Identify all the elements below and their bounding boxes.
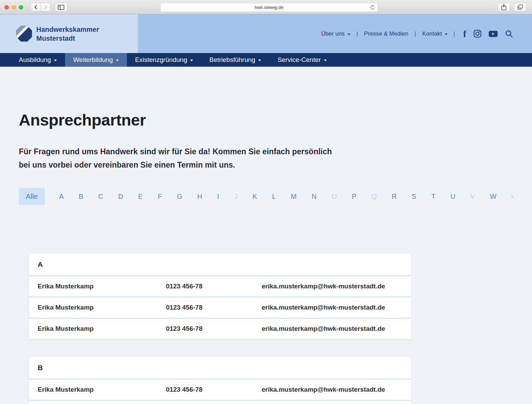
window-controls [4,5,23,10]
search-icon[interactable] [505,30,513,38]
chevron-down-icon [348,34,350,35]
alphabet-filter-letter-t[interactable]: T [430,191,436,202]
share-button[interactable] [497,3,510,12]
alphabet-filter-letter-k[interactable]: K [252,191,258,202]
alphabet-filter-letter-m[interactable]: M [290,191,297,202]
alphabet-filter-letter-j: J [233,191,238,202]
alphabet-filter-letter-d[interactable]: D [118,191,124,202]
nav-item-betriebsführung[interactable]: Betriebsführung [201,53,269,67]
zoom-window-button[interactable] [19,5,23,10]
contact-row[interactable]: Erika Musterkamp 0123 456-78 erika.muste… [29,297,411,318]
contact-section-a: A Erika Musterkamp 0123 456-78 erika.mus… [29,253,411,339]
nav-item-service-center[interactable]: Service-Center [269,53,335,67]
logo-line1: Handwerkskammer [36,25,99,34]
alphabet-filter-letter-i[interactable]: I [217,191,220,202]
nav-item-label: Ausbildung [19,56,51,64]
contact-phone: 0123 456-78 [166,325,262,333]
alphabet-filter-letter-w[interactable]: W [489,191,497,202]
share-icon [501,4,506,10]
nav-item-label: Weiterbildung [73,56,113,64]
alphabet-filter-all[interactable]: Alle [19,188,45,205]
contact-name: Erika Musterkamp [38,304,166,311]
page-title: Ansprechpartner [19,110,532,129]
alphabet-filter-letter-a[interactable]: A [59,191,64,202]
reload-icon[interactable] [370,5,375,10]
contact-name: Erika Musterkamp [38,283,166,290]
social-icons: f [463,30,513,38]
forward-icon [44,5,47,10]
alphabet-filter-letter-e[interactable]: E [138,191,143,202]
youtube-icon[interactable] [489,30,498,37]
contact-email: erika.musterkamp@hwk-musterstadt.de [262,386,411,393]
contact-row[interactable]: Erika Musterkamp 0123 456-78 erika.muste… [29,318,411,339]
url-text: hwk.steeeg.de [255,5,284,10]
utility-link-ueber-uns[interactable]: Über uns [321,30,350,37]
sidebar-toggle-button[interactable] [55,3,67,12]
back-button[interactable] [31,3,41,12]
intro-line1: Für Fragen rund ums Handwerk sind wir fü… [19,147,332,156]
chevron-down-icon [54,60,57,61]
chevron-down-icon [324,60,327,61]
intro-text: Für Fragen rund ums Handwerk sind wir fü… [19,145,532,172]
alphabet-filter-letter-h[interactable]: H [196,191,203,202]
browser-chrome: hwk.steeeg.de [0,0,532,14]
alphabet-filter-letter-c[interactable]: C [98,191,104,202]
separator: | [356,30,358,37]
instagram-icon[interactable] [473,30,481,38]
contact-sections: A Erika Musterkamp 0123 456-78 erika.mus… [29,253,411,404]
nav-item-ausbildung[interactable]: Ausbildung [11,53,65,67]
nav-item-existenzgründung[interactable]: Existenzgründung [127,53,201,67]
alphabet-filter-letter-r[interactable]: R [391,191,397,202]
nav-item-weiterbildung[interactable]: Weiterbildung [65,53,127,67]
contact-name: Erika Musterkamp [38,386,166,393]
alphabet-filter-letter-f[interactable]: F [157,191,163,202]
alphabet-filter-letter-o: O [331,191,338,202]
alphabet-filter-letter-p[interactable]: P [351,191,357,202]
contact-row[interactable]: Erika Musterkamp 0123 456-78 erika.muste… [29,400,411,404]
separator: | [454,30,455,37]
contact-rows: Erika Musterkamp 0123 456-78 erika.muste… [29,275,411,339]
forward-button[interactable] [41,3,51,12]
utility-link-label: Über uns [321,30,345,37]
site-header: Handwerkskammer Musterstadt Über uns | P… [0,14,532,53]
close-window-button[interactable] [4,5,9,10]
alphabet-filter-letter-v: V [470,191,476,202]
alphabet-filter-letter-g[interactable]: G [176,191,183,202]
utility-link-kontakt[interactable]: Kontakt [422,30,447,37]
intro-line2: bei uns vorbei oder vereinbaren Sie eine… [19,160,235,169]
contact-section-b: B Erika Musterkamp 0123 456-78 erika.mus… [29,357,411,404]
utility-nav: Über uns | Presse & Medien | Kontakt | f [321,14,513,53]
separator: | [415,30,416,37]
address-bar[interactable]: hwk.steeeg.de [160,3,378,12]
logo-wordmark: Handwerkskammer Musterstadt [36,25,99,43]
show-tabs-button[interactable] [514,3,527,12]
nav-item-label: Service-Center [277,56,321,64]
alphabet-filter-letter-b[interactable]: B [78,191,84,202]
utility-link-label: Presse & Medien [364,30,408,37]
facebook-icon[interactable]: f [463,30,466,38]
contact-row[interactable]: Erika Musterkamp 0123 456-78 erika.muste… [29,379,411,400]
alphabet-filter-letter-n[interactable]: N [311,191,317,202]
chevron-down-icon [258,60,261,61]
hwk-logo-icon [16,26,32,42]
contact-email: erika.musterkamp@hwk-musterstadt.de [262,283,411,290]
contact-row[interactable]: Erika Musterkamp 0123 456-78 erika.muste… [29,275,411,297]
nav-item-label: Existenzgründung [135,56,187,64]
alphabet-filter-letter-q: Q [371,191,378,202]
nav-item-label: Betriebsführung [209,56,255,64]
alphabet-filter-letter-s[interactable]: S [411,191,417,202]
contact-phone: 0123 456-78 [166,304,262,311]
minimize-window-button[interactable] [12,5,16,10]
utility-link-presse[interactable]: Presse & Medien [364,30,408,37]
tabs-icon [517,4,523,10]
back-icon [34,5,37,10]
chevron-down-icon [445,34,447,35]
alphabet-next-icon[interactable]: › [511,193,514,200]
section-letter-heading: A [29,253,411,275]
alphabet-filter-letter-l[interactable]: L [271,191,276,202]
contact-phone: 0123 456-78 [166,386,262,393]
alphabet-filter-letter-u[interactable]: U [450,191,456,202]
logo-line2: Musterstadt [36,34,99,43]
logo-panel[interactable]: Handwerkskammer Musterstadt [0,14,138,53]
contact-name: Erika Musterkamp [38,325,166,333]
